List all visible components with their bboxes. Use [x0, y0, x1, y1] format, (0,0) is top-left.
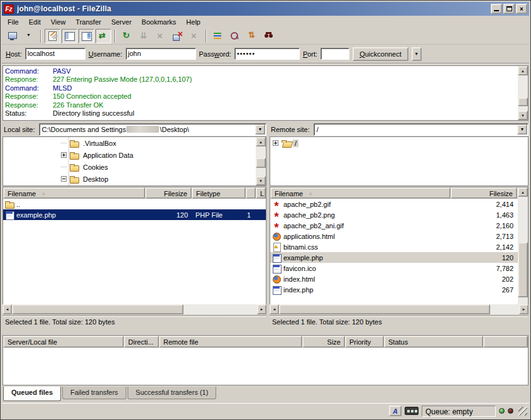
- scroll-down-icon[interactable]: ▼: [256, 176, 266, 185]
- file-row[interactable]: bitnami.css2,142: [270, 241, 518, 252]
- scroll-up-icon[interactable]: ▲: [518, 66, 528, 75]
- menu-edit[interactable]: Edit: [24, 16, 46, 28]
- local-site-dropdown-button[interactable]: ▼: [255, 124, 265, 135]
- scroll-right-icon[interactable]: ►: [519, 304, 528, 314]
- queue-splitter[interactable]: [2, 328, 529, 335]
- disconnect-button[interactable]: [170, 29, 185, 43]
- speed-limit-icon[interactable]: [405, 407, 419, 415]
- toggle-message-log-button[interactable]: [45, 29, 60, 43]
- tree-item[interactable]: Cookies: [3, 161, 266, 173]
- column-header-filename[interactable]: Filename▲: [3, 187, 145, 199]
- close-button[interactable]: ×: [516, 4, 527, 14]
- queue-column-serverlocalfile[interactable]: Server/Local file: [3, 336, 124, 348]
- remote-list-vscrollbar[interactable]: ▲ ▼: [518, 187, 528, 314]
- cancel-operation-button[interactable]: [153, 29, 168, 43]
- scroll-down-icon[interactable]: ▼: [518, 111, 528, 120]
- menu-file[interactable]: File: [3, 16, 24, 28]
- scroll-up-icon[interactable]: ▲: [518, 187, 528, 197]
- queue-column-status[interactable]: Status: [384, 336, 483, 348]
- expand-plus-icon[interactable]: [273, 140, 278, 146]
- menu-bookmarks[interactable]: Bookmarks: [136, 16, 181, 28]
- port-input[interactable]: [320, 48, 349, 60]
- scrollbar-track[interactable]: [518, 197, 528, 304]
- scrollbar-thumb[interactable]: [518, 97, 528, 106]
- quickconnect-dropdown-button[interactable]: ▼: [412, 47, 422, 61]
- scroll-left-icon[interactable]: ◄: [270, 304, 279, 314]
- expand-plus-icon[interactable]: [61, 152, 67, 158]
- tab-queued-files[interactable]: Queued files: [3, 387, 61, 401]
- scroll-right-icon[interactable]: ►: [257, 304, 266, 314]
- scrollbar-track[interactable]: [256, 146, 266, 176]
- find-button[interactable]: [261, 29, 276, 43]
- sync-browsing-button[interactable]: [244, 29, 260, 43]
- refresh-button[interactable]: [119, 29, 134, 43]
- password-input[interactable]: ••••••: [234, 48, 300, 60]
- scroll-left-icon[interactable]: ◄: [3, 304, 12, 314]
- vertical-pane-splitter[interactable]: [266, 123, 270, 328]
- scroll-up-icon[interactable]: ▲: [256, 137, 266, 146]
- file-row[interactable]: favicon.ico7,782: [270, 263, 518, 274]
- compare-button[interactable]: [227, 29, 243, 43]
- scrollbar-track[interactable]: [279, 304, 519, 314]
- file-row[interactable]: apache_pb2.png1,463: [270, 209, 518, 220]
- tab-successful-transfers-[interactable]: Successful transfers (1): [128, 387, 217, 399]
- tree-item[interactable]: .VirtualBox: [3, 137, 266, 149]
- queue-column-directi[interactable]: Directi...: [124, 336, 159, 348]
- site-manager-button[interactable]: [4, 29, 20, 43]
- log-splitter[interactable]: [2, 121, 529, 123]
- file-row[interactable]: ..: [3, 199, 266, 209]
- column-header-filler: [246, 187, 256, 199]
- tab-failed-transfers[interactable]: Failed transfers: [62, 387, 126, 399]
- queue-column-size[interactable]: Size: [302, 336, 345, 348]
- remote-site-dropdown-button[interactable]: ▼: [517, 124, 527, 135]
- menu-view[interactable]: View: [46, 16, 71, 28]
- column-header-filesize[interactable]: Filesize: [145, 187, 192, 199]
- file-row[interactable]: example.php120: [270, 252, 518, 263]
- file-row[interactable]: apache_pb2.gif2,414: [270, 199, 518, 209]
- local-site-combo[interactable]: C:\Documents and Settings\Desktop\ ▼: [39, 123, 266, 136]
- site-manager-dropdown-button[interactable]: [21, 29, 37, 43]
- scrollbar-track[interactable]: [12, 304, 257, 314]
- toggle-transfer-queue-button[interactable]: [96, 29, 111, 43]
- collapse-minus-icon[interactable]: [61, 176, 67, 182]
- toggle-remote-tree-button[interactable]: [79, 29, 94, 43]
- message-log-vscrollbar[interactable]: ▲ ▼: [518, 66, 528, 120]
- queue-column-priority[interactable]: Priority: [345, 336, 384, 348]
- file-row[interactable]: index.php267: [270, 284, 518, 295]
- filter-button[interactable]: [210, 29, 226, 43]
- scrollbar-track[interactable]: [518, 75, 528, 111]
- tree-item[interactable]: Desktop: [3, 173, 266, 185]
- ascii-data-type-icon[interactable]: A: [389, 406, 402, 416]
- scrollbar-thumb[interactable]: [12, 304, 183, 314]
- local-tree-vscrollbar[interactable]: ▲ ▼: [256, 137, 266, 185]
- process-queue-button[interactable]: [136, 29, 151, 43]
- menu-help[interactable]: Help: [181, 16, 205, 28]
- file-row[interactable]: example.php120PHP File1: [3, 209, 266, 220]
- file-row[interactable]: applications.html2,713: [270, 231, 518, 241]
- remote-list-hscrollbar[interactable]: ◄ ►: [270, 304, 528, 314]
- column-header-filetype[interactable]: Filetype: [192, 187, 246, 199]
- resize-grip[interactable]: [518, 407, 527, 416]
- file-row[interactable]: index.html202: [270, 274, 518, 284]
- remote-site-combo[interactable]: / ▼: [314, 123, 528, 136]
- scrollbar-thumb[interactable]: [518, 242, 528, 297]
- quickconnect-button[interactable]: Quickconnect: [353, 47, 408, 61]
- tree-item[interactable]: /: [270, 137, 528, 149]
- menu-transfer[interactable]: Transfer: [70, 16, 106, 28]
- scrollbar-thumb[interactable]: [279, 304, 490, 314]
- column-header-filename[interactable]: Filename▲: [270, 187, 451, 199]
- column-header-lastmodified[interactable]: L: [256, 187, 266, 199]
- queue-column-remotefile[interactable]: Remote file: [159, 336, 302, 348]
- reconnect-button[interactable]: [187, 29, 202, 43]
- minimize-button[interactable]: [491, 4, 502, 14]
- scrollbar-thumb[interactable]: [256, 158, 266, 168]
- username-input[interactable]: john: [126, 48, 196, 60]
- file-row[interactable]: apache_pb2_ani.gif2,160: [270, 220, 518, 231]
- column-header-filesize[interactable]: Filesize: [451, 187, 517, 199]
- maximize-button[interactable]: [503, 4, 515, 14]
- toggle-local-tree-button[interactable]: [62, 29, 77, 43]
- host-input[interactable]: localhost: [25, 48, 85, 60]
- local-list-hscrollbar[interactable]: ◄ ►: [3, 304, 266, 314]
- tree-item[interactable]: Application Data: [3, 149, 266, 161]
- menu-server[interactable]: Server: [106, 16, 136, 28]
